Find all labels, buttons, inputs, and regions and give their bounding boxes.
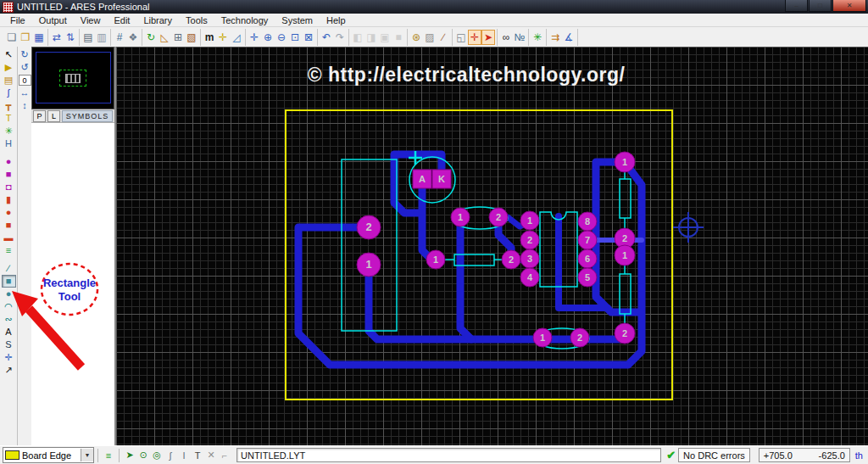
zoom-out-button[interactable]: ⊖ [275,30,288,45]
filter-traces-button[interactable]: ʃ [164,448,177,462]
flip-vertical-button[interactable]: ↕ [19,100,31,111]
metric-toggle-button[interactable]: m [203,30,216,45]
closed-path-tool[interactable]: ∾ [2,313,16,326]
redo-button[interactable]: ↷ [333,30,347,45]
block-rotate-button[interactable]: ▣ [378,30,392,45]
padstack-tool[interactable]: ≡ [2,244,16,257]
menu-item-edit[interactable]: Edit [107,14,136,26]
connectivity-highlight-tool[interactable]: H [2,137,16,150]
load-netlist-button[interactable]: # [113,30,126,45]
menu-item-view[interactable]: View [74,14,108,26]
auto-router-button[interactable]: ⇉ [548,30,562,45]
text-tool[interactable]: A [2,326,16,338]
circular-smt-pad-tool[interactable]: ● [2,206,16,219]
print-button[interactable]: ▤ [81,30,95,45]
menu-item-output[interactable]: Output [32,14,74,26]
marker-tool[interactable]: ✛ [2,351,16,364]
auto-name-generator-button[interactable]: ◱ [454,30,468,45]
edge-connector-pad-tool[interactable]: ▮ [2,193,16,206]
rotate-clockwise-button[interactable]: ↻ [19,49,31,60]
menu-item-technology[interactable]: Technology [214,14,275,26]
decompose-button[interactable]: ∕ [437,30,450,45]
package-tool[interactable]: ▤ [2,74,16,87]
undo-button[interactable]: ↶ [320,30,333,45]
flip-horizontal-button[interactable]: ↔ [19,87,31,98]
make-package-button[interactable]: ▨ [423,30,437,45]
selection-filter-button[interactable]: ➤ [481,30,495,45]
import-section-button[interactable]: ⇄ [50,30,64,45]
block-move-button[interactable]: ◨ [364,30,378,45]
menu-item-tools[interactable]: Tools [179,14,214,26]
maximize-button[interactable]: □ [809,0,832,12]
zoom-in-button[interactable]: ⊕ [261,30,275,45]
export-section-button[interactable]: ⇅ [64,30,77,45]
dil-pad-tool[interactable]: ◘ [2,181,16,193]
redraw-button[interactable]: ↻ [144,30,158,45]
pan-button[interactable]: ✛ [248,30,261,45]
round-pad-tool[interactable]: ● [2,155,16,168]
block-copy-button[interactable]: ◧ [351,30,364,45]
menu-item-system[interactable]: System [275,14,320,26]
zone-tool[interactable]: T [2,112,16,125]
component-tool[interactable]: ▶ [2,61,16,74]
pcb-layout-drawing[interactable]: 21AK121212348765121212 [116,47,868,445]
close-button[interactable]: ✕ [832,0,866,12]
block-delete-button[interactable]: ■ [392,30,405,45]
new-layout-button[interactable]: ❏ [5,30,19,45]
false-origin-button[interactable]: ✛ [216,30,230,45]
search-components-button[interactable]: ∞ [499,30,513,45]
menu-item-file[interactable]: File [3,14,32,26]
track-tool[interactable]: ʃ [2,87,16,99]
polygonal-smt-pad-tool[interactable]: ▬ [2,232,16,244]
grid-toggle-button[interactable]: ⊞ [171,30,185,45]
symbols-list[interactable] [31,123,114,445]
layer-setup-button[interactable]: ◺ [158,30,171,45]
filter-routes-button[interactable]: ➤ [123,448,136,462]
pick-button[interactable]: P [33,110,46,122]
line-tool[interactable]: ∕ [2,262,16,275]
open-layout-button[interactable]: ❐ [19,30,32,45]
rotation-angle-field[interactable]: 0 [19,75,31,86]
layers-button[interactable]: ≡ [102,448,115,462]
design-rule-check-button[interactable]: ∡ [562,30,576,45]
selection-tool[interactable]: ↖ [2,48,16,61]
filter-vias-button[interactable]: ◎ [150,448,164,462]
save-layout-button[interactable]: ▦ [32,30,46,45]
rectangle-tool[interactable]: ■ [2,275,16,288]
copper-trace[interactable] [422,179,436,260]
menu-item-library[interactable]: Library [136,14,179,26]
pcb-canvas[interactable]: © http://electricaltechnology.org/ 21AK1… [116,47,868,445]
auto-annotator-button[interactable]: № [513,30,526,45]
library-button[interactable]: L [47,110,60,122]
filter-zones-button[interactable]: ⌐ [218,448,231,462]
zoom-all-button[interactable]: ⊠ [302,30,315,45]
filter-pads-button[interactable]: ⊙ [136,448,150,462]
ratsnest-tool[interactable]: ✳ [2,125,16,137]
arc-tool[interactable]: ◠ [2,300,16,313]
rotate-anticlockwise-button[interactable]: ↺ [19,62,31,73]
layer-pairs-button[interactable]: ▧ [185,30,198,45]
filter-ratsnest-button[interactable]: ✕ [204,448,218,462]
copper-trace[interactable] [460,217,471,339]
chevron-down-icon[interactable]: ▼ [81,449,93,461]
filter-text-button[interactable]: I [177,448,191,462]
filter-components-button[interactable]: T [191,448,204,462]
dimension-tool[interactable]: ↗ [2,364,16,377]
menu-item-help[interactable]: Help [320,14,353,26]
print-area-button[interactable]: ▥ [95,30,108,45]
pad-number-label: 8 [585,216,590,226]
square-pad-tool[interactable]: ■ [2,168,16,181]
search-tag-button[interactable]: ✛ [468,30,481,45]
via-tool[interactable]: ┳ [2,99,16,112]
minimize-button[interactable]: – [785,0,808,12]
pick-parts-button[interactable]: ⊛ [409,30,423,45]
symbol-tool[interactable]: S [2,338,16,351]
polar-coords-button[interactable]: ◿ [230,30,243,45]
zoom-area-button[interactable]: ⊡ [288,30,302,45]
rect-smt-pad-tool[interactable]: ■ [2,219,16,232]
layer-selector[interactable]: Board Edge ▼ [3,447,94,463]
overview-pane[interactable] [31,47,114,109]
view-netlist-button[interactable]: ❖ [126,30,140,45]
circle-tool[interactable]: ● [2,288,16,300]
ratsnest-button[interactable]: ✳ [531,30,544,45]
